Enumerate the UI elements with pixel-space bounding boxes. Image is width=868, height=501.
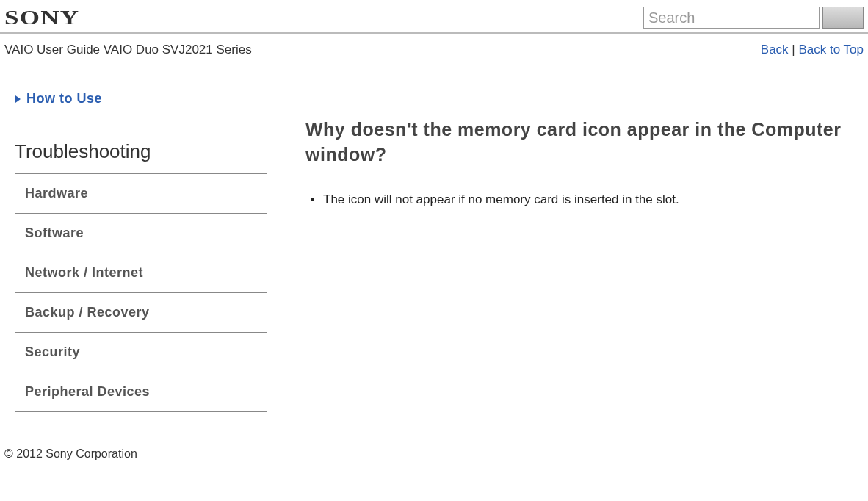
sidebar-item-network[interactable]: Network / Internet [15,253,267,293]
sidebar-item-hardware[interactable]: Hardware [15,174,267,214]
separator: | [789,43,799,57]
footer: © 2012 Sony Corporation [0,412,868,461]
sidebar-item-backup[interactable]: Backup / Recovery [15,293,267,333]
sidebar: How to Use Troubleshooting Hardware Soft… [0,91,279,412]
header-bar: SONY [0,0,868,34]
article-divider [305,228,859,228]
sidebar-item-label[interactable]: Software [15,214,267,253]
sidebar-item-label[interactable]: Hardware [15,174,267,213]
article-bullet-list: The icon will not appear if no memory ca… [305,190,859,210]
sidebar-item-label[interactable]: Security [15,333,267,372]
article-bullet: The icon will not appear if no memory ca… [323,190,859,210]
top-links: Back | Back to Top [761,43,864,57]
copyright: © 2012 Sony Corporation [4,447,137,460]
chevron-right-icon [15,95,22,104]
content-wrap: How to Use Troubleshooting Hardware Soft… [0,62,868,412]
search-wrap [643,7,864,29]
sidebar-item-software[interactable]: Software [15,214,267,253]
sidebar-item-label[interactable]: Network / Internet [15,253,267,292]
back-link[interactable]: Back [761,43,789,57]
main-content: Why doesn't the memory card icon appear … [279,91,868,412]
breadcrumb: VAIO User Guide VAIO Duo SVJ2021 Series [4,43,252,57]
sidebar-list: Hardware Software Network / Internet Bac… [15,174,267,412]
search-button[interactable] [822,7,864,29]
sony-logo: SONY [4,6,79,29]
sidebar-item-label[interactable]: Backup / Recovery [15,293,267,332]
sidebar-item-label[interactable]: Peripheral Devices [15,372,267,411]
sidebar-item-peripheral[interactable]: Peripheral Devices [15,372,267,412]
search-input[interactable] [643,7,820,29]
how-to-use-label: How to Use [26,91,102,107]
article-body: The icon will not appear if no memory ca… [305,190,859,228]
how-to-use-link[interactable]: How to Use [15,91,267,107]
sidebar-item-security[interactable]: Security [15,333,267,372]
back-to-top-link[interactable]: Back to Top [798,43,864,57]
sidebar-section-title: Troubleshooting [15,140,267,174]
subheader: VAIO User Guide VAIO Duo SVJ2021 Series … [0,34,868,62]
article-title: Why doesn't the memory card icon appear … [305,118,859,167]
